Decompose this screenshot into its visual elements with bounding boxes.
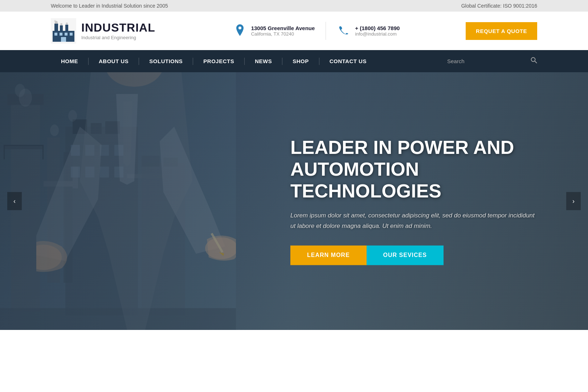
- svg-rect-4: [65, 25, 68, 32]
- quote-button[interactable]: REQUET A QUOTE: [466, 22, 537, 40]
- address-item: 13005 Greenville Avenue California, TX 7…: [233, 24, 315, 38]
- nav-link-home[interactable]: HOME: [51, 50, 88, 72]
- nav-link-solutions[interactable]: SOLUTIONS: [139, 50, 193, 72]
- phone-line1: + (1800) 456 7890: [355, 25, 400, 31]
- nav-list: HOME ABOUT US SOLUTIONS PROJECTS NEWS SH…: [51, 50, 447, 72]
- search-area: [447, 57, 537, 65]
- svg-point-15: [531, 58, 535, 62]
- svg-rect-12: [70, 33, 73, 36]
- hero-section: ‹ LEADER IN POWER AND AUTOMOTION TECHNOL…: [0, 72, 588, 330]
- logo-icon: [51, 18, 76, 44]
- location-icon: [233, 24, 247, 38]
- phone-line2: info@industrial.com: [355, 31, 400, 37]
- header-contact: 13005 Greenville Avenue California, TX 7…: [181, 22, 451, 40]
- contact-divider: [326, 22, 326, 40]
- svg-point-14: [238, 26, 241, 29]
- top-bar-right: Global Certificate: ISO 9001:2016: [461, 3, 537, 9]
- svg-point-6: [54, 20, 56, 22]
- learn-more-button[interactable]: LEARN MORE: [290, 246, 367, 265]
- hero-description: Lorem ipsum dolor sit amet, consectetur …: [290, 211, 537, 232]
- address-line1: 13005 Greenville Avenue: [251, 25, 315, 31]
- svg-rect-3: [60, 25, 63, 32]
- nav-item-home[interactable]: HOME: [51, 50, 88, 72]
- slider-prev-button[interactable]: ‹: [7, 192, 22, 210]
- phone-item: + (1800) 456 7890 info@industrial.com: [337, 24, 400, 38]
- top-bar-left: Welcome to Leader in Industrial Solution…: [51, 3, 168, 9]
- nav-link-news[interactable]: NEWS: [245, 50, 282, 72]
- our-services-button[interactable]: OUR SEVICES: [367, 246, 444, 265]
- hero-title: LEADER IN POWER AND AUTOMOTION TECHNOLOG…: [290, 137, 537, 202]
- svg-rect-9: [54, 33, 57, 36]
- hero-content: LEADER IN POWER AND AUTOMOTION TECHNOLOG…: [290, 137, 537, 265]
- header: INDUSTRIAL Industrial and Engineering 13…: [0, 12, 588, 50]
- nav-link-about[interactable]: ABOUT US: [89, 50, 139, 72]
- address-line2: California, TX 70240: [251, 31, 315, 37]
- logo-text: INDUSTRIAL Industrial and Engineering: [81, 22, 155, 40]
- nav-item-projects[interactable]: PROJECTS: [193, 50, 244, 72]
- nav-item-solutions[interactable]: SOLUTIONS: [139, 50, 193, 72]
- search-button[interactable]: [531, 57, 537, 65]
- phone-icon: [337, 24, 351, 38]
- svg-rect-11: [65, 33, 68, 36]
- svg-rect-2: [54, 24, 58, 32]
- nav-item-news[interactable]: NEWS: [245, 50, 282, 72]
- search-input[interactable]: [447, 58, 527, 64]
- navbar: HOME ABOUT US SOLUTIONS PROJECTS NEWS SH…: [0, 50, 588, 72]
- svg-point-8: [66, 23, 68, 25]
- nav-link-shop[interactable]: SHOP: [282, 50, 319, 72]
- svg-rect-10: [60, 33, 62, 36]
- svg-point-7: [60, 23, 62, 25]
- logo-area: INDUSTRIAL Industrial and Engineering: [51, 18, 167, 44]
- search-icon: [531, 57, 537, 64]
- logo-subtitle: Industrial and Engineering: [81, 35, 155, 40]
- nav-item-shop[interactable]: SHOP: [282, 50, 319, 72]
- svg-rect-13: [61, 37, 66, 42]
- phone-text: + (1800) 456 7890 info@industrial.com: [355, 25, 400, 37]
- svg-line-16: [535, 61, 537, 64]
- nav-item-about[interactable]: ABOUT US: [89, 50, 139, 72]
- nav-link-contact[interactable]: CONTACT US: [319, 50, 377, 72]
- hero-buttons: LEARN MORE OUR SEVICES: [290, 246, 537, 265]
- logo-title: INDUSTRIAL: [81, 22, 155, 33]
- nav-link-projects[interactable]: PROJECTS: [193, 50, 244, 72]
- top-bar: Welcome to Leader in Industrial Solution…: [0, 0, 588, 12]
- nav-item-contact[interactable]: CONTACT US: [319, 50, 377, 72]
- address-text: 13005 Greenville Avenue California, TX 7…: [251, 25, 315, 37]
- slider-next-button[interactable]: ›: [566, 192, 581, 210]
